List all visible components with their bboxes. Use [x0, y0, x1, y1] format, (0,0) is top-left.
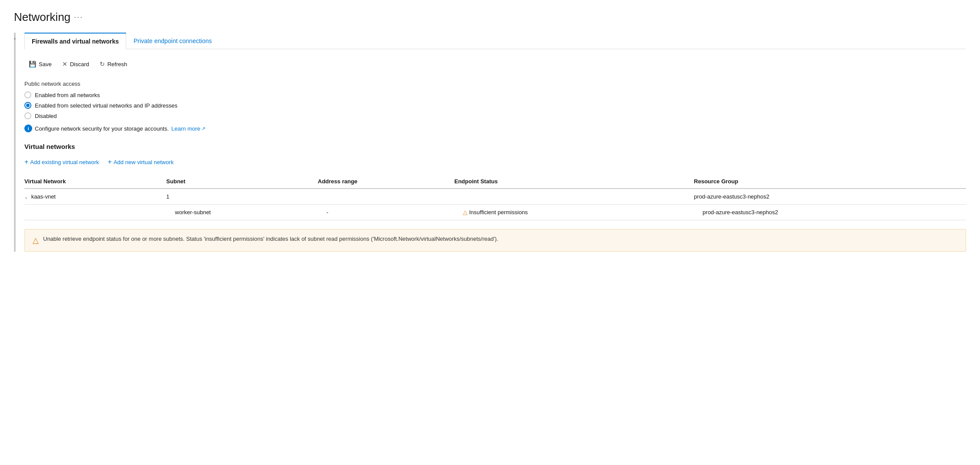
tab-firewalls[interactable]: Firewalls and virtual networks: [24, 33, 126, 49]
toolbar: 💾 Save ✕ Discard ↻ Refresh: [24, 58, 966, 70]
col-header-address: Address range: [318, 175, 454, 189]
virtual-networks-section: Virtual networks + Add existing virtual …: [24, 143, 966, 252]
cell-vnet-name: ⌄ kaas-vnet: [24, 189, 166, 205]
save-button[interactable]: 💾 Save: [24, 58, 56, 70]
learn-more-link[interactable]: Learn more ↗: [171, 125, 205, 132]
radio-label-disabled: Disabled: [35, 113, 57, 119]
cell-subnet-count: 1: [166, 189, 318, 205]
radio-group-access: Enabled from all networks Enabled from s…: [24, 91, 966, 119]
radio-circle-all: [24, 91, 31, 98]
col-header-vnet: Virtual Network: [24, 175, 166, 189]
discard-button[interactable]: ✕ Discard: [58, 58, 94, 70]
col-header-subnet: Subnet: [166, 175, 318, 189]
warning-icon-small: △: [463, 209, 467, 216]
public-access-section: Public network access Enabled from all n…: [24, 81, 966, 132]
table-header-row: Virtual Network Subnet Address range End…: [24, 175, 966, 189]
cell-rg-parent: prod-azure-eastusc3-nephos2: [694, 189, 966, 205]
save-icon: 💾: [29, 61, 36, 67]
cell-address-child: -: [318, 205, 454, 220]
action-buttons: + Add existing virtual network + Add new…: [24, 156, 966, 168]
radio-circle-selected: [24, 102, 31, 109]
radio-selected-networks[interactable]: Enabled from selected virtual networks a…: [24, 102, 966, 109]
warning-banner: △ Unable retrieve endpoint status for on…: [24, 229, 966, 252]
col-header-endpoint: Endpoint Status: [454, 175, 694, 189]
external-link-icon: ↗: [201, 126, 205, 131]
virtual-networks-title: Virtual networks: [24, 143, 966, 150]
cell-subnet-name: worker-subnet: [166, 205, 318, 220]
cell-vnet-child: [24, 205, 166, 220]
info-text: Configure network security for your stor…: [35, 125, 169, 132]
refresh-icon: ↻: [100, 61, 105, 67]
discard-icon: ✕: [62, 61, 67, 67]
info-icon: i: [24, 125, 32, 132]
table-row: ⌄ kaas-vnet 1 prod-azure-eastusc3-nephos…: [24, 189, 966, 205]
radio-label-all: Enabled from all networks: [35, 92, 100, 98]
chevron-icon: ⌄: [24, 195, 28, 199]
warning-icon-banner: △: [33, 236, 39, 245]
cell-endpoint-child: △ Insufficient permissions: [454, 205, 694, 220]
add-new-vnet-button[interactable]: + Add new virtual network: [108, 156, 174, 168]
collapse-button[interactable]: ‹: [10, 34, 19, 43]
radio-disabled[interactable]: Disabled: [24, 112, 966, 119]
tab-bar: Firewalls and virtual networks Private e…: [24, 33, 966, 49]
public-access-label: Public network access: [24, 81, 966, 87]
cell-endpoint-parent: [454, 189, 694, 205]
radio-dot-selected: [26, 104, 30, 107]
col-header-rg: Resource Group: [694, 175, 966, 189]
plus-icon-new: +: [108, 158, 112, 166]
radio-all-networks[interactable]: Enabled from all networks: [24, 91, 966, 98]
plus-icon-existing: +: [24, 158, 28, 166]
refresh-button[interactable]: ↻ Refresh: [95, 58, 132, 70]
title-ellipsis: ···: [74, 13, 83, 22]
cell-rg-child: prod-azure-eastusc3-nephos2: [694, 205, 966, 220]
radio-circle-disabled: [24, 112, 31, 119]
tab-private-endpoints[interactable]: Private endpoint connections: [126, 33, 219, 49]
add-existing-vnet-button[interactable]: + Add existing virtual network: [24, 156, 99, 168]
radio-label-selected: Enabled from selected virtual networks a…: [35, 102, 178, 109]
page-title: Networking ···: [14, 10, 966, 24]
warning-text: Unable retrieve endpoint status for one …: [43, 236, 498, 242]
cell-address-parent: [318, 189, 454, 205]
vnet-table: Virtual Network Subnet Address range End…: [24, 175, 966, 220]
table-row: worker-subnet - △ Insufficient permissio…: [24, 205, 966, 220]
info-line: i Configure network security for your st…: [24, 125, 966, 132]
